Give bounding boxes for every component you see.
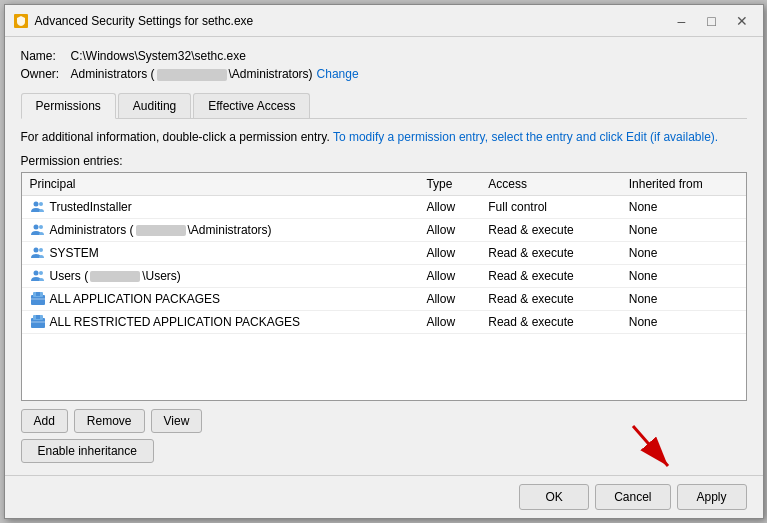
col-access: Access [480,173,620,196]
view-button[interactable]: View [151,409,203,433]
cell-principal: ALL RESTRICTED APPLICATION PACKAGES [22,310,419,333]
principal-icon [30,291,46,307]
cell-access: Full control [480,195,620,218]
maximize-button[interactable]: □ [699,11,725,31]
cell-type: Allow [418,264,480,287]
svg-rect-11 [36,292,40,296]
cell-principal: ALL APPLICATION PACKAGES [22,287,419,310]
principal-icon [30,199,46,215]
cell-principal: Administrators (\Administrators) [22,218,419,241]
table-row[interactable]: Users (\Users) Allow Read & execute None [22,264,746,287]
table-row[interactable]: ALL RESTRICTED APPLICATION PACKAGES Allo… [22,310,746,333]
principal-icon [30,314,46,330]
cell-principal: TrustedInstaller [22,195,419,218]
cell-inherited-from: None [621,287,746,310]
owner-row: Owner: Administrators (\Administrators) … [21,67,747,81]
svg-point-5 [33,247,38,252]
tab-auditing[interactable]: Auditing [118,93,191,118]
cell-inherited-from: None [621,241,746,264]
enable-inheritance-button[interactable]: Enable inheritance [21,439,154,463]
cell-access: Read & execute [480,264,620,287]
cell-principal: SYSTEM [22,241,419,264]
name-label: Name: [21,49,71,63]
cell-type: Allow [418,195,480,218]
remove-button[interactable]: Remove [74,409,145,433]
tab-effective-access[interactable]: Effective Access [193,93,310,118]
title-bar: Advanced Security Settings for sethc.exe… [5,5,763,37]
permission-table-wrapper: Principal Type Access Inherited from Tru… [21,172,747,401]
permission-table: Principal Type Access Inherited from Tru… [22,173,746,334]
name-value: C:\Windows\System32\sethc.exe [71,49,246,63]
svg-point-6 [39,248,43,252]
cell-inherited-from: None [621,310,746,333]
cell-type: Allow [418,310,480,333]
change-owner-link[interactable]: Change [317,67,359,81]
svg-point-4 [39,225,43,229]
section-label: Permission entries: [21,154,747,168]
cell-principal: Users (\Users) [22,264,419,287]
svg-point-1 [33,201,38,206]
ok-button[interactable]: OK [519,484,589,510]
cell-access: Read & execute [480,218,620,241]
name-row: Name: C:\Windows\System32\sethc.exe [21,49,747,63]
cell-inherited-from: None [621,264,746,287]
main-content: Name: C:\Windows\System32\sethc.exe Owne… [5,37,763,475]
svg-point-3 [33,224,38,229]
description-link: To modify a permission entry, select the… [333,130,718,144]
cell-inherited-from: None [621,218,746,241]
cell-type: Allow [418,241,480,264]
minimize-button[interactable]: – [669,11,695,31]
cell-inherited-from: None [621,195,746,218]
cancel-button[interactable]: Cancel [595,484,670,510]
svg-point-7 [33,270,38,275]
owner-value: Administrators (\Administrators) [71,67,313,81]
col-type: Type [418,173,480,196]
window-icon [13,13,29,29]
owner-label: Owner: [21,67,71,81]
principal-icon [30,222,46,238]
inherit-button-wrapper: Enable inheritance [21,439,747,463]
title-bar-controls: – □ ✕ [669,11,755,31]
svg-point-2 [39,202,43,206]
action-buttons: Add Remove View [21,409,747,433]
col-principal: Principal [22,173,419,196]
description-text: For additional information, double-click… [21,129,747,146]
apply-button[interactable]: Apply [677,484,747,510]
col-inherited-from: Inherited from [621,173,746,196]
cell-type: Allow [418,287,480,310]
footer-buttons: OK Cancel Apply [5,475,763,518]
svg-rect-15 [36,315,40,319]
table-row[interactable]: ALL APPLICATION PACKAGES Allow Read & ex… [22,287,746,310]
svg-point-8 [39,271,43,275]
cell-access: Read & execute [480,287,620,310]
principal-icon [30,268,46,284]
title-bar-left: Advanced Security Settings for sethc.exe [13,13,254,29]
cell-type: Allow [418,218,480,241]
principal-icon [30,245,46,261]
add-button[interactable]: Add [21,409,68,433]
table-row[interactable]: Administrators (\Administrators) Allow R… [22,218,746,241]
cell-access: Read & execute [480,310,620,333]
window-title: Advanced Security Settings for sethc.exe [35,14,254,28]
table-header-row: Principal Type Access Inherited from [22,173,746,196]
owner-blurred [157,69,227,81]
main-window: Advanced Security Settings for sethc.exe… [4,4,764,519]
table-row[interactable]: SYSTEM Allow Read & execute None [22,241,746,264]
close-button[interactable]: ✕ [729,11,755,31]
tabs-container: Permissions Auditing Effective Access [21,93,747,119]
tab-permissions[interactable]: Permissions [21,93,116,119]
table-row[interactable]: TrustedInstaller Allow Full control None [22,195,746,218]
cell-access: Read & execute [480,241,620,264]
